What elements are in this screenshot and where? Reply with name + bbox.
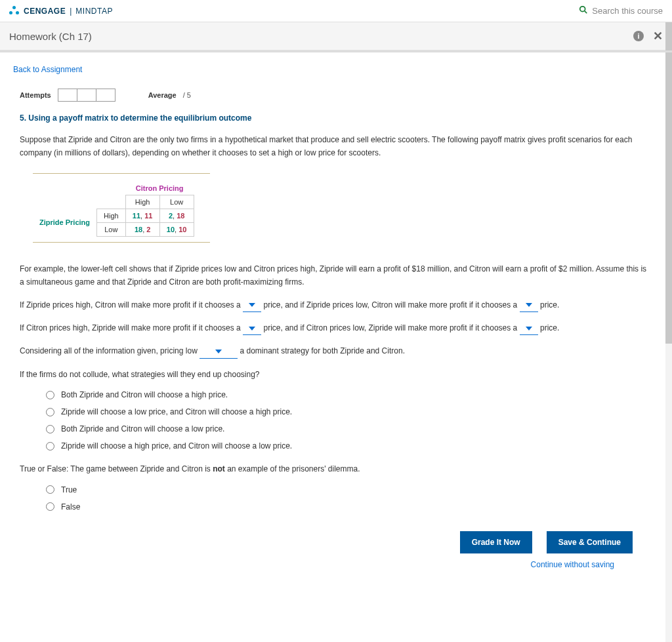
col-head-low: Low <box>159 195 194 209</box>
svg-point-0 <box>580 7 585 12</box>
search-icon <box>579 5 588 16</box>
cengage-logo-icon <box>9 6 20 16</box>
brand-bar: CENGAGE | MINDTAP Search this course <box>0 0 672 22</box>
strategy-option-2[interactable]: Zipride will choose a low price, and Cit… <box>46 407 659 416</box>
strategy-option-1[interactable]: Both Zipride and Citron will choose a hi… <box>46 390 659 399</box>
chevron-down-icon <box>526 303 532 307</box>
info-icon[interactable]: i <box>633 31 644 41</box>
dropdown-zipride-when-citron-low[interactable] <box>520 321 538 335</box>
title-bar: Homework (Ch 17) i ✕ <box>0 22 672 50</box>
cell-high-low: 2, 18 <box>159 209 194 222</box>
svg-line-1 <box>585 11 587 13</box>
strategy-option-4[interactable]: Zipride will choose a high price, and Ci… <box>46 441 659 451</box>
strategy-question: If the firms do not collude, what strate… <box>20 368 652 381</box>
back-to-assignment-link[interactable]: Back to Assignment <box>13 65 82 74</box>
example-paragraph: For example, the lower-left cell shows t… <box>20 262 652 289</box>
attempt-boxes <box>58 89 116 102</box>
brand-mindtap: MINDTAP <box>75 7 113 16</box>
blank-paragraph-1: If Zipride prices high, Citron will make… <box>20 298 652 312</box>
tf-option-true[interactable]: True <box>46 485 659 494</box>
true-false-prompt: True or False: The game between Zipride … <box>20 462 652 475</box>
strategy-options: Both Zipride and Citron will choose a hi… <box>46 390 659 451</box>
continue-without-saving-link[interactable]: Continue without saving <box>531 560 614 569</box>
tf-options: True False <box>46 485 659 512</box>
payoff-matrix: Citron Pricing High Low Zipride Pricing … <box>33 173 659 243</box>
intro-paragraph: Suppose that Zipride and Citron are the … <box>20 133 652 160</box>
attempts-label: Attempts <box>20 91 51 99</box>
row-head-high: High <box>97 209 126 222</box>
dropdown-citron-when-zipride-high[interactable] <box>243 298 261 312</box>
footer-buttons: Grade It Now Save & Continue <box>13 531 633 553</box>
row-head-low: Low <box>97 222 126 236</box>
cell-low-low: 10, 10 <box>159 222 194 236</box>
attempt-box-3 <box>96 89 116 102</box>
dropdown-zipride-when-citron-high[interactable] <box>243 321 261 335</box>
cell-low-high: 18, 2 <box>125 222 159 236</box>
average-denominator: / 5 <box>183 91 191 99</box>
close-icon[interactable]: ✕ <box>653 29 663 43</box>
attempts-row: Attempts Average / 5 <box>20 89 659 102</box>
question-title: 5. Using a payoff matrix to determine th… <box>20 113 659 123</box>
chevron-down-icon <box>249 327 255 331</box>
chevron-down-icon <box>215 350 222 353</box>
brand-cengage: CENGAGE <box>24 7 66 16</box>
content-area: Back to Assignment Attempts Average / 5 … <box>0 50 672 589</box>
brand-left: CENGAGE | MINDTAP <box>9 6 113 16</box>
average-label: Average <box>148 91 177 99</box>
search-placeholder: Search this course <box>592 6 663 16</box>
search-trigger[interactable]: Search this course <box>579 5 663 16</box>
strategy-option-3[interactable]: Both Zipride and Citron will choose a lo… <box>46 424 659 433</box>
attempt-box-2 <box>77 89 96 102</box>
attempt-box-1 <box>58 89 77 102</box>
grade-it-now-button[interactable]: Grade It Now <box>460 531 532 553</box>
blank-paragraph-2: If Citron prices high, Zipride will make… <box>20 321 652 335</box>
dropdown-dominant-strategy[interactable] <box>200 344 238 358</box>
cell-high-high: 11, 11 <box>125 209 159 222</box>
chevron-down-icon <box>249 303 255 307</box>
chevron-down-icon <box>526 327 532 331</box>
row-player-label: Zipride Pricing <box>33 209 97 236</box>
save-and-continue-button[interactable]: Save & Continue <box>547 531 633 553</box>
tf-option-false[interactable]: False <box>46 502 659 512</box>
brand-divider: | <box>70 7 72 16</box>
page-title: Homework (Ch 17) <box>9 31 92 42</box>
dropdown-citron-when-zipride-low[interactable] <box>520 298 538 312</box>
col-head-high: High <box>125 195 159 209</box>
dominant-strategy-paragraph: Considering all of the information given… <box>20 344 652 358</box>
col-player-label: Citron Pricing <box>125 182 194 195</box>
